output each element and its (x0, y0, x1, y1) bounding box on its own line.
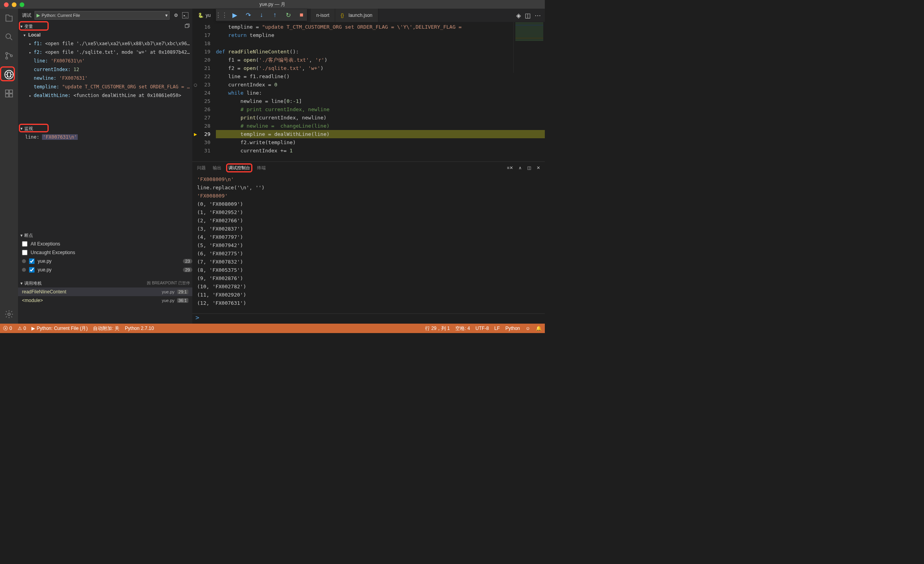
local-label: Local (28, 32, 40, 38)
var-currentindex[interactable]: currentIndex: 12 (18, 65, 192, 74)
breakpoint-row[interactable]: yue.py29 (18, 266, 192, 274)
callstack-frame[interactable]: <module> yue.py 36:1 (18, 296, 192, 305)
checkbox[interactable] (22, 241, 27, 247)
error-icon: ⓧ (3, 325, 8, 332)
stop-icon[interactable]: ■ (298, 12, 305, 18)
scope-local[interactable]: ▾ Local (18, 31, 192, 39)
extensions-icon[interactable] (4, 88, 15, 99)
minimize-window-button[interactable] (12, 2, 16, 7)
status-warnings[interactable]: ⚠0 (18, 326, 26, 331)
collapse-all-icon[interactable] (184, 23, 190, 29)
tab-n-isort[interactable]: n-isort (311, 9, 335, 22)
close-window-button[interactable] (4, 2, 9, 7)
more-icon[interactable]: ⋯ (535, 12, 541, 19)
panel: 问题 输出 调试控制台 终端 ≡✕ ∧ ◫ ✕ 'FX008009\n' lin… (192, 161, 545, 324)
continue-icon[interactable]: ▶ (232, 12, 238, 18)
tab-debug-console[interactable]: 调试控制台 (228, 165, 250, 171)
explorer-icon[interactable] (4, 13, 15, 24)
debug-config-label: Python: Current File (42, 13, 164, 18)
svg-point-0 (6, 34, 11, 38)
debug-sidebar: 调试 ▶ Python: Current File ▾ ⚙ ▸_ ▾ 变量 ▾ … (18, 9, 192, 324)
search-icon[interactable] (4, 31, 15, 42)
var-newline[interactable]: newline: 'FX007631' (18, 74, 192, 82)
close-panel-icon[interactable]: ✕ (537, 165, 540, 170)
tab-problems[interactable]: 问题 (197, 165, 206, 171)
debug-icon[interactable] (4, 69, 15, 80)
drag-handle-icon[interactable]: ⋮⋮ (218, 12, 225, 18)
status-errors[interactable]: ⓧ0 (3, 325, 12, 332)
restart-icon[interactable]: ↻ (285, 12, 291, 18)
debug-title: 调试 (22, 12, 31, 19)
var-f1[interactable]: ▸f1: <open file './\xe5\xae\xa2\xe6\x88\… (18, 39, 192, 48)
status-auto-attach[interactable]: 自动附加: 关 (93, 325, 119, 332)
callstack-status: 因 BREAKPOINT 已暂停 (147, 280, 190, 286)
tab-launch-json[interactable]: {}launch.json (335, 9, 378, 22)
status-eol[interactable]: LF (494, 325, 500, 332)
watch-item[interactable]: line: 'FX007631\n' (18, 133, 192, 141)
json-icon: {} (341, 13, 346, 18)
maximize-window-button[interactable] (20, 2, 24, 7)
diff-icon[interactable]: ◈ (516, 12, 521, 19)
bp-uncaught-exceptions[interactable]: Uncaught Exceptions (18, 248, 192, 257)
status-cursor-pos[interactable]: 行 29，列 1 (425, 325, 450, 332)
callstack-section-header[interactable]: ▾ 调用堆栈 因 BREAKPOINT 已暂停 (18, 279, 192, 287)
settings-icon[interactable] (4, 309, 15, 320)
chevron-up-icon[interactable]: ∧ (519, 165, 522, 170)
feedback-icon[interactable]: ☺ (526, 325, 530, 332)
svg-rect-10 (185, 25, 188, 28)
python-icon: 🐍 (198, 13, 203, 18)
status-run-config[interactable]: ▶Python: Current File (月) (31, 325, 88, 332)
var-dealwithline[interactable]: ▸dealWithLine: <function dealWithLine at… (18, 91, 192, 100)
play-icon: ▶ (31, 326, 35, 331)
console-icon[interactable]: ▸_ (182, 12, 188, 18)
code-editor[interactable]: 16171819 20212223 24252627 28293031 temp… (192, 22, 545, 161)
window-title: yue.py — 月 (0, 0, 545, 9)
clear-icon[interactable]: ≡✕ (507, 165, 513, 170)
watch-section-header[interactable]: ▾ 监视 (18, 124, 192, 133)
svg-rect-5 (5, 90, 9, 93)
breakpoint-row[interactable]: yue.py23 (18, 257, 192, 266)
svg-rect-8 (9, 94, 13, 97)
step-over-icon[interactable]: ↷ (245, 12, 251, 18)
breakpoint-icon (22, 259, 26, 263)
chevron-down-icon[interactable]: ▾ (165, 13, 168, 18)
checkbox[interactable] (29, 267, 35, 273)
checkbox[interactable] (22, 250, 27, 255)
tab-terminal[interactable]: 终端 (257, 165, 266, 171)
bp-all-exceptions[interactable]: All Exceptions (18, 240, 192, 248)
debug-header: 调试 ▶ Python: Current File ▾ ⚙ ▸_ (18, 9, 192, 22)
var-templine[interactable]: templine: "update T_CTM_CUSTOMER_ORG set… (18, 82, 192, 91)
step-into-icon[interactable]: ↓ (258, 12, 265, 18)
svg-point-2 (6, 57, 8, 59)
variables-section-header[interactable]: ▾ 变量 (18, 22, 192, 31)
var-f2[interactable]: ▸f2: <open file './sqlite.txt', mode 'w+… (18, 48, 192, 57)
code-body[interactable]: templine = "update T_CTM_CUSTOMER_ORG se… (216, 22, 545, 161)
debug-console-output[interactable]: 'FX008009\n' line.replace('\n', '') 'FX0… (192, 174, 545, 313)
debug-config-select[interactable]: ▶ Python: Current File ▾ (35, 11, 170, 20)
step-out-icon[interactable]: ↑ (272, 12, 278, 18)
svg-point-1 (6, 53, 8, 55)
gear-icon[interactable]: ⚙ (173, 12, 179, 18)
var-line[interactable]: line: 'FX007631\n' (18, 57, 192, 65)
split-editor-icon[interactable]: ◫ (525, 12, 531, 19)
status-indent[interactable]: 空格: 4 (455, 325, 470, 332)
panel-maximize-icon[interactable]: ◫ (527, 165, 531, 170)
minimap[interactable] (513, 22, 545, 73)
tab-yue-py[interactable]: 🐍yu (192, 9, 217, 22)
editor-area: ⋮⋮ ▶ ↷ ↓ ↑ ↻ ■ 🐍yu n-isort {}launch.json… (192, 9, 545, 324)
callstack-label: 调用堆栈 (24, 280, 42, 286)
breakpoint-icon (22, 268, 26, 272)
breakpoints-section-header[interactable]: ▾ 断点 (18, 231, 192, 240)
breakpoints-label: 断点 (24, 233, 33, 238)
debug-console-input[interactable]: > (192, 313, 545, 324)
status-python-version[interactable]: Python 2.7.10 (125, 326, 154, 331)
notifications-icon[interactable]: 🔔 (536, 325, 542, 332)
tab-output[interactable]: 输出 (213, 165, 221, 171)
status-language[interactable]: Python (505, 325, 520, 332)
debug-toolbar[interactable]: ⋮⋮ ▶ ↷ ↓ ↑ ↻ ■ (216, 9, 307, 21)
callstack-frame[interactable]: readFileNlineContent yue.py 29:1 (18, 287, 192, 296)
status-encoding[interactable]: UTF-8 (475, 325, 489, 332)
play-icon[interactable]: ▶ (37, 13, 40, 18)
source-control-icon[interactable] (4, 50, 15, 61)
checkbox[interactable] (29, 258, 35, 264)
